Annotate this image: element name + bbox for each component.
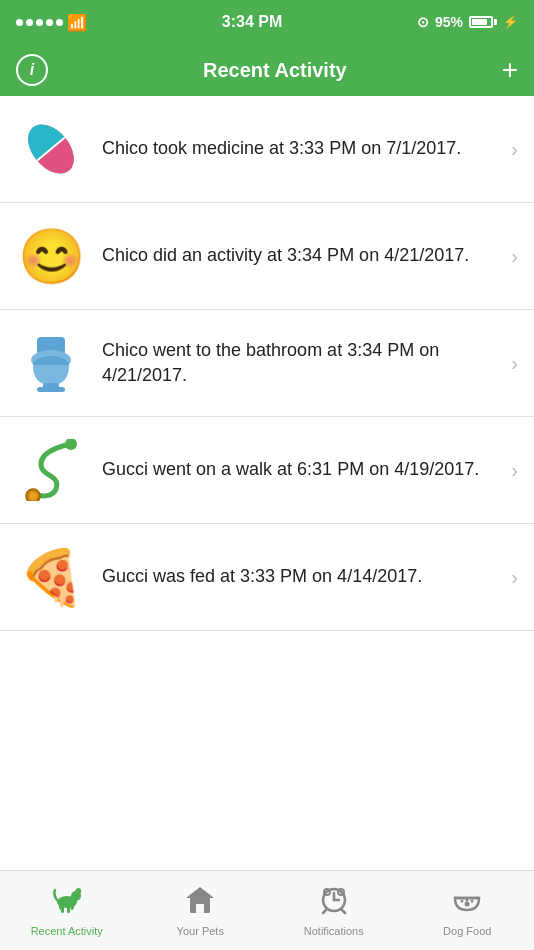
svg-line-28 — [342, 910, 345, 913]
activity-text-4: Gucci went on a walk at 6:31 PM on 4/19/… — [102, 457, 503, 482]
svg-line-27 — [323, 910, 326, 913]
chevron-icon-2: › — [511, 245, 518, 268]
bathroom-icon — [16, 328, 86, 398]
activity-smiley-icon: 😊 — [16, 221, 86, 291]
activity-item-4[interactable]: Gucci went on a walk at 6:31 PM on 4/19/… — [0, 417, 534, 524]
header: i Recent Activity + — [0, 44, 534, 96]
tab-recent-activity[interactable]: Recent Activity — [0, 871, 134, 950]
add-button[interactable]: + — [502, 56, 518, 84]
status-bar: 📶 3:34 PM ⊙ 95% ⚡ — [0, 0, 534, 44]
status-left: 📶 — [16, 13, 87, 32]
activity-text-2: Chico did an activity at 3:34 PM on 4/21… — [102, 243, 503, 268]
notifications-icon — [318, 884, 350, 921]
tab-notifications-label: Notifications — [304, 925, 364, 937]
signal-dots — [16, 19, 63, 26]
svg-point-12 — [29, 492, 37, 500]
recent-activity-icon — [51, 884, 83, 921]
activity-list: Chico took medicine at 3:33 PM on 7/1/20… — [0, 96, 534, 870]
svg-rect-18 — [67, 906, 70, 913]
charging-icon: ⚡ — [503, 15, 518, 29]
activity-text-3: Chico went to the bathroom at 3:34 PM on… — [102, 338, 503, 388]
page-title: Recent Activity — [203, 59, 347, 82]
activity-item-2[interactable]: 😊 Chico did an activity at 3:34 PM on 4/… — [0, 203, 534, 310]
tab-dogfood-label: Dog Food — [443, 925, 491, 937]
svg-rect-10 — [37, 387, 65, 392]
dog-food-icon — [451, 884, 483, 921]
activity-text-1: Chico took medicine at 3:33 PM on 7/1/20… — [102, 136, 503, 161]
chevron-icon-1: › — [511, 138, 518, 161]
chevron-icon-5: › — [511, 566, 518, 589]
svg-rect-1 — [21, 122, 28, 179]
your-pets-icon — [184, 884, 216, 921]
svg-point-13 — [65, 439, 77, 450]
battery-icon — [469, 16, 497, 28]
activity-item-1[interactable]: Chico took medicine at 3:33 PM on 7/1/20… — [0, 96, 534, 203]
activity-item-3[interactable]: Chico went to the bathroom at 3:34 PM on… — [0, 310, 534, 417]
tab-notifications[interactable]: Notifications — [267, 871, 401, 950]
svg-point-33 — [461, 900, 464, 903]
status-right: ⊙ 95% ⚡ — [417, 14, 518, 30]
battery-percent: 95% — [435, 14, 463, 30]
chevron-icon-4: › — [511, 459, 518, 482]
tab-dog-food[interactable]: Dog Food — [401, 871, 535, 950]
activity-item-5[interactable]: 🍕 Gucci was fed at 3:33 PM on 4/14/2017.… — [0, 524, 534, 631]
svg-point-32 — [465, 902, 470, 907]
walk-icon — [16, 435, 86, 505]
medicine-icon — [16, 114, 86, 184]
tab-recent-label: Recent Activity — [31, 925, 103, 937]
status-time: 3:34 PM — [222, 13, 282, 31]
chevron-icon-3: › — [511, 352, 518, 375]
svg-rect-23 — [196, 904, 204, 913]
svg-marker-21 — [186, 887, 214, 898]
tab-bar: Recent Activity Your Pets — [0, 870, 534, 950]
wifi-icon: 📶 — [67, 13, 87, 32]
svg-point-35 — [471, 900, 474, 903]
svg-point-34 — [466, 899, 469, 902]
tab-your-pets[interactable]: Your Pets — [134, 871, 268, 950]
food-pizza-icon: 🍕 — [16, 542, 86, 612]
info-button[interactable]: i — [16, 54, 48, 86]
circle-icon: ⊙ — [417, 14, 429, 30]
activity-text-5: Gucci was fed at 3:33 PM on 4/14/2017. — [102, 564, 503, 589]
tab-pets-label: Your Pets — [177, 925, 224, 937]
